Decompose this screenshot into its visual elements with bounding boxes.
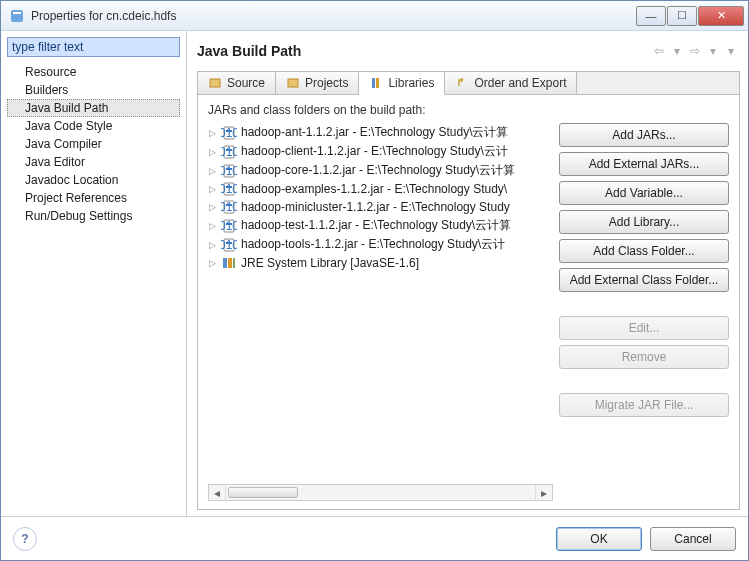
jar-icon: 010 (221, 218, 237, 234)
main-panel: Java Build Path ⇦ ▾ ⇨ ▾ ▾ Source Project… (187, 31, 748, 516)
tab-libraries[interactable]: Libraries (359, 72, 445, 95)
order-export-icon (455, 76, 469, 90)
add-class-folder-button[interactable]: Add Class Folder... (559, 239, 729, 263)
svg-text:010: 010 (221, 126, 237, 140)
side-buttons: Add JARs... Add External JARs... Add Var… (559, 123, 729, 501)
dialog-footer: ? OK Cancel (1, 516, 748, 560)
libraries-panel: JARs and class folders on the build path… (198, 95, 739, 509)
tab-label: Order and Export (474, 76, 566, 90)
sidebar-item-java-code-style[interactable]: Java Code Style (7, 117, 180, 135)
add-external-jars-button[interactable]: Add External JARs... (559, 152, 729, 176)
close-button[interactable]: ✕ (698, 6, 744, 26)
titlebar[interactable]: Properties for cn.cdeic.hdfs — ☐ ✕ (1, 1, 748, 31)
page-header: Java Build Path ⇦ ▾ ⇨ ▾ ▾ (197, 37, 740, 65)
jars-label: JARs and class folders on the build path… (208, 103, 729, 117)
svg-rect-27 (223, 258, 227, 268)
expand-icon[interactable]: ▷ (208, 147, 217, 156)
add-variable-button[interactable]: Add Variable... (559, 181, 729, 205)
svg-rect-0 (11, 10, 23, 22)
chevron-down-icon[interactable]: ▾ (706, 44, 720, 58)
sidebar-item-java-compiler[interactable]: Java Compiler (7, 135, 180, 153)
tab-order-export[interactable]: Order and Export (445, 72, 577, 94)
sidebar-item-builders[interactable]: Builders (7, 81, 180, 99)
list-item[interactable]: ▷010hadoop-test-1.1.2.jar - E:\Technolog… (208, 216, 553, 235)
ok-button[interactable]: OK (556, 527, 642, 551)
svg-rect-1 (13, 12, 21, 14)
svg-text:010: 010 (221, 145, 237, 159)
list-item-label: hadoop-ant-1.1.2.jar - E:\Technology Stu… (241, 124, 508, 141)
expand-icon[interactable]: ▷ (208, 221, 217, 230)
list-item[interactable]: ▷010hadoop-client-1.1.2.jar - E:\Technol… (208, 142, 553, 161)
svg-rect-28 (228, 258, 232, 268)
list-item[interactable]: ▷010hadoop-ant-1.1.2.jar - E:\Technology… (208, 123, 553, 142)
jar-icon: 010 (221, 163, 237, 179)
list-item[interactable]: ▷010hadoop-examples-1.1.2.jar - E:\Techn… (208, 180, 553, 198)
tab-label: Libraries (388, 76, 434, 90)
app-icon (9, 8, 25, 24)
svg-rect-3 (288, 79, 298, 87)
add-external-class-folder-button[interactable]: Add External Class Folder... (559, 268, 729, 292)
projects-icon (286, 76, 300, 90)
tab-source[interactable]: Source (198, 72, 276, 94)
svg-rect-5 (376, 78, 379, 88)
expand-icon[interactable]: ▷ (208, 166, 217, 175)
filter-input[interactable] (7, 37, 180, 57)
back-icon[interactable]: ⇦ (652, 44, 666, 58)
sidebar-item-resource[interactable]: Resource (7, 63, 180, 81)
menu-icon[interactable]: ▾ (724, 44, 738, 58)
jar-icon: 010 (221, 199, 237, 215)
add-library-button[interactable]: Add Library... (559, 210, 729, 234)
library-icon (221, 255, 237, 271)
expand-icon[interactable]: ▷ (208, 128, 217, 137)
expand-icon[interactable]: ▷ (208, 185, 217, 194)
migrate-jar-button: Migrate JAR File... (559, 393, 729, 417)
list-item-label: hadoop-test-1.1.2.jar - E:\Technology St… (241, 217, 511, 234)
source-icon (208, 76, 222, 90)
svg-text:010: 010 (221, 182, 237, 196)
list-item[interactable]: ▷010hadoop-minicluster-1.1.2.jar - E:\Te… (208, 198, 553, 216)
add-jars-button[interactable]: Add JARs... (559, 123, 729, 147)
minimize-button[interactable]: — (636, 6, 666, 26)
horizontal-scrollbar[interactable]: ◂ ▸ (208, 484, 553, 501)
scroll-left-icon[interactable]: ◂ (209, 485, 226, 500)
jar-icon: 010 (221, 181, 237, 197)
list-item-label: hadoop-tools-1.1.2.jar - E:\Technology S… (241, 236, 505, 253)
expand-icon[interactable]: ▷ (208, 259, 217, 268)
scroll-thumb[interactable] (228, 487, 298, 498)
tabs-container: Source Projects Libraries Order and Expo… (197, 71, 740, 510)
libraries-icon (369, 76, 383, 90)
scroll-right-icon[interactable]: ▸ (535, 485, 552, 500)
category-tree: Resource Builders Java Build Path Java C… (7, 63, 180, 225)
cancel-button[interactable]: Cancel (650, 527, 736, 551)
expand-icon[interactable]: ▷ (208, 240, 217, 249)
tab-label: Projects (305, 76, 348, 90)
help-icon[interactable]: ? (13, 527, 37, 551)
forward-icon[interactable]: ⇨ (688, 44, 702, 58)
svg-rect-4 (372, 78, 375, 88)
sidebar-item-project-references[interactable]: Project References (7, 189, 180, 207)
sidebar-item-javadoc-location[interactable]: Javadoc Location (7, 171, 180, 189)
jar-icon: 010 (221, 237, 237, 253)
sidebar: Resource Builders Java Build Path Java C… (1, 31, 187, 516)
list-item[interactable]: ▷010hadoop-core-1.1.2.jar - E:\Technolog… (208, 161, 553, 180)
jar-icon: 010 (221, 144, 237, 160)
sidebar-item-java-editor[interactable]: Java Editor (7, 153, 180, 171)
remove-button: Remove (559, 345, 729, 369)
list-item-label: hadoop-examples-1.1.2.jar - E:\Technolog… (241, 182, 507, 196)
svg-text:010: 010 (221, 238, 237, 252)
window-controls: — ☐ ✕ (636, 6, 744, 26)
svg-text:010: 010 (221, 164, 237, 178)
expand-icon[interactable]: ▷ (208, 203, 217, 212)
maximize-button[interactable]: ☐ (667, 6, 697, 26)
list-item[interactable]: ▷JRE System Library [JavaSE-1.6] (208, 254, 553, 272)
svg-text:010: 010 (221, 219, 237, 233)
properties-dialog: Properties for cn.cdeic.hdfs — ☐ ✕ Resou… (0, 0, 749, 561)
sidebar-item-java-build-path[interactable]: Java Build Path (7, 99, 180, 117)
tab-projects[interactable]: Projects (276, 72, 359, 94)
jar-list[interactable]: ▷010hadoop-ant-1.1.2.jar - E:\Technology… (208, 123, 553, 501)
list-item[interactable]: ▷010hadoop-tools-1.1.2.jar - E:\Technolo… (208, 235, 553, 254)
sidebar-item-run-debug-settings[interactable]: Run/Debug Settings (7, 207, 180, 225)
dialog-body: Resource Builders Java Build Path Java C… (1, 31, 748, 516)
list-item-label: hadoop-core-1.1.2.jar - E:\Technology St… (241, 162, 515, 179)
chevron-down-icon[interactable]: ▾ (670, 44, 684, 58)
